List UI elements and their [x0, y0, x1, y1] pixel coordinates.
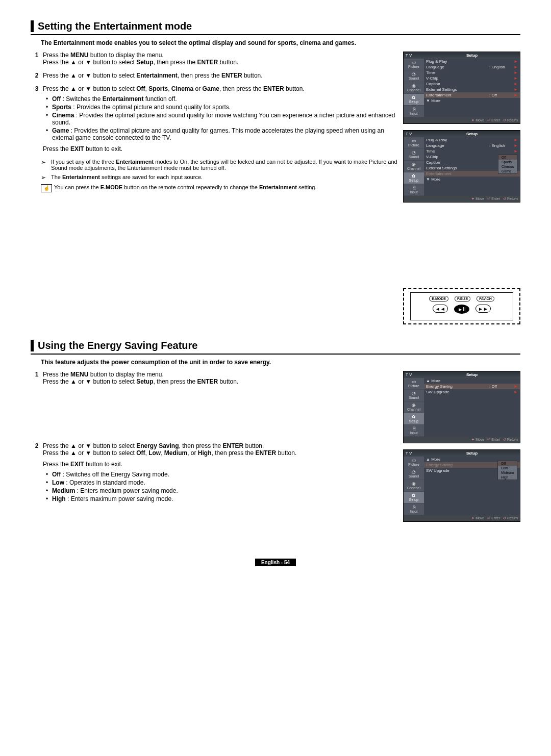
intro-text: The Entertainment mode enables you to se…	[41, 39, 520, 46]
step-number: 3	[31, 85, 43, 153]
note-arrow-icon: ➢	[41, 159, 51, 171]
divider	[31, 34, 520, 35]
remote-icon: ☝	[41, 184, 52, 192]
step-body: Press the MENU button to display the men…	[43, 52, 398, 66]
step-2: 2 Press the ▲ or ▼ button to select Ener…	[31, 442, 398, 506]
note-3: ☝ You can press the E.MODE button on the…	[41, 184, 398, 192]
osd-energy-saving-off: T VSetup ▭Picture ◔Sound ◉Channel ✿Setup…	[403, 371, 520, 443]
step-1: 1 Press the MENU button to display the m…	[31, 371, 398, 385]
step-2: 2 Press the ▲ or ▼ button to select Ente…	[31, 72, 398, 79]
step-body: Press the MENU button to display the men…	[43, 371, 398, 385]
osd-setup-entertainment-off: T VSetup ▭Picture ◔Sound ◉Channel ✿Setup…	[403, 52, 520, 124]
section-title: Using the Energy Saving Feature	[31, 340, 520, 351]
step-body: Press the ▲ or ▼ button to select Energy…	[43, 442, 398, 506]
emode-button: E.MODE	[429, 296, 448, 301]
step-1: 1 Press the MENU button to display the m…	[31, 52, 398, 66]
step-3: 3 Press the ▲ or ▼ button to select Off,…	[31, 85, 398, 153]
step-number: 1	[31, 371, 43, 385]
forward-button: ►►	[475, 305, 491, 313]
note-2: ➢ The Entertainment settings are saved f…	[41, 174, 398, 181]
intro-text: This feature adjusts the power consumpti…	[41, 359, 520, 366]
step-number: 2	[31, 72, 43, 79]
osd-column: T VSetup ▭Picture ◔Sound ◉Channel ✿Setup…	[403, 371, 520, 528]
steps-column: 1 Press the MENU button to display the m…	[31, 371, 403, 528]
psize-button: P.SIZE	[455, 296, 470, 301]
options-list: Off : Switches the Entertainment functio…	[43, 95, 398, 141]
favch-button: FAV.CH	[477, 296, 494, 301]
remote-illustration: E.MODE P.SIZE FAV.CH ◄◄ ►II ►►	[403, 288, 520, 324]
osd-column: T VSetup ▭Picture ◔Sound ◉Channel ✿Setup…	[403, 52, 520, 324]
step-number: 1	[31, 52, 43, 66]
page-footer: English - 54	[31, 559, 520, 566]
step-body: Press the ▲ or ▼ button to select Entert…	[43, 72, 398, 79]
section-title: Setting the Entertainment mode	[31, 20, 520, 32]
divider	[31, 354, 520, 355]
step-body: Press the ▲ or ▼ button to select Off, S…	[43, 85, 398, 153]
energy-saving-dropdown: Off Low Mideum High	[497, 461, 517, 480]
section-energy-saving: Using the Energy Saving Feature This fea…	[31, 340, 520, 528]
rewind-button: ◄◄	[433, 305, 448, 313]
section-entertainment: Setting the Entertainment mode The Enter…	[31, 20, 520, 324]
steps-column: 1 Press the MENU button to display the m…	[31, 52, 403, 324]
play-pause-button: ►II	[454, 305, 469, 314]
entertainment-dropdown: Off Sports Cinema Game	[498, 155, 517, 174]
options-list: Off : Switches off the Energy Saving mod…	[43, 471, 398, 502]
note-arrow-icon: ➢	[41, 174, 51, 181]
note-1: ➢ If you set any of the three Entertainm…	[41, 159, 398, 171]
step-number: 2	[31, 442, 43, 506]
